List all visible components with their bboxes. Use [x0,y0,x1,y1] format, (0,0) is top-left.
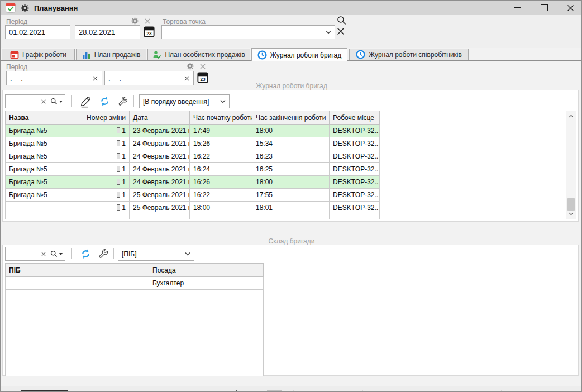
cell-end-time[interactable]: 15:34 [252,137,330,150]
maximize-button[interactable] [533,2,555,14]
journal-vertical-scrollbar[interactable] [566,111,576,219]
cell-shift[interactable]: 1 [78,163,130,176]
cell-name[interactable]: Бригада №5 [6,137,78,150]
outlet-clear-icon[interactable] [336,27,345,36]
col-header-shift[interactable]: Номер зміни [78,111,130,125]
crew-row[interactable]: Петрова Василиса АльбертовнаБухгалтер [6,277,264,290]
period-settings-gear-icon[interactable] [131,17,139,25]
journal-sort-combobox[interactable]: [В порядку введення] [139,94,230,108]
search-clear-icon[interactable] [41,251,46,257]
col-header-workplace[interactable]: Робоче місце [330,111,380,125]
cell-end-time[interactable]: 18:00 [252,176,330,189]
close-button[interactable] [559,2,581,14]
col-header-position[interactable]: Посада [149,264,264,277]
cell-date[interactable]: 23 Февраль 2021 г. [130,125,190,137]
cell-end-time[interactable]: 18:01 [252,202,330,214]
tab-plan-osobystykh-prodazhiv[interactable]: План особистих продажів [147,49,250,60]
cell-start-time[interactable]: 15:26 [190,137,252,150]
period-clear-icon[interactable] [144,18,151,25]
cell-workplace[interactable]: DESKTOP-32... [330,137,380,150]
cell-name[interactable]: Бригада №5 [6,125,78,137]
scroll-up-icon[interactable] [567,112,575,120]
cell-workplace[interactable]: DESKTOP-32... [330,202,380,214]
cell-shift[interactable]: 1 [78,176,130,189]
tab-zhurnal-roboty-spivrobitnykiv[interactable]: Журнал роботи співробітників [349,49,469,60]
col-header-date[interactable]: Дата [130,111,190,125]
col-header-pib[interactable]: ПІБ [6,264,149,277]
settings-button[interactable] [115,94,131,108]
journal-row[interactable]: Бригада №5124 Февраль 2021 г.16:2416:25D… [6,163,380,176]
col-header-end[interactable]: Час закінчення роботи [252,111,330,125]
cell-start-time[interactable]: 16:22 [190,189,252,202]
journal-row[interactable]: Бригада №5125 Февраль 2021 г.16:2217:55D… [6,189,380,202]
scroll-down-icon[interactable] [567,210,575,218]
cell-shift[interactable]: 1 [78,189,130,202]
edit-button[interactable] [78,94,93,108]
cell-position[interactable]: Бухгалтер [149,277,264,290]
search-options-arrow-icon[interactable] [59,253,63,255]
crew-search-input[interactable] [5,247,65,261]
search-icon[interactable] [50,98,58,105]
search-icon[interactable] [50,250,58,257]
date-to-input[interactable]: 28.02.2021 [75,25,140,39]
cell-end-time[interactable]: 18:00 [252,125,330,137]
period2-clear-icon[interactable] [199,63,206,70]
tab-grafik-roboty[interactable]: Графік роботи [2,49,75,60]
cell-start-time[interactable]: 17:49 [190,125,252,137]
scrollbar-thumb[interactable] [567,198,575,211]
search-options-arrow-icon[interactable] [59,101,63,103]
clear-field-icon[interactable] [92,75,98,82]
search-clear-icon[interactable] [41,99,46,104]
tab-plan-prodazhiv[interactable]: План продажів [76,49,146,60]
cell-end-time[interactable]: 17:55 [252,189,330,202]
journal-search-input[interactable] [5,94,65,108]
cell-workplace[interactable]: DESKTOP-32... [330,189,380,202]
cell-shift[interactable]: 1 [78,137,130,150]
refresh-button[interactable] [97,94,112,108]
cell-date[interactable]: 25 Февраль 2021 г. [130,189,190,202]
clear-field-icon[interactable] [184,75,190,82]
cell-date[interactable]: 24 Февраль 2021 г. [130,137,190,150]
col-header-start[interactable]: Час початку роботи [190,111,252,125]
cell-end-time[interactable]: 16:23 [252,150,330,163]
crew-refresh-button[interactable] [78,247,93,261]
cell-name[interactable]: Бригада №5 [6,163,78,176]
cell-workplace[interactable]: DESKTOP-32... [330,150,380,163]
calendar-icon[interactable]: 23 [144,26,155,38]
cell-workplace[interactable]: DESKTOP-32... [330,176,380,189]
cell-shift[interactable]: 1 [78,125,130,137]
journal-row[interactable]: Бригада №5125 Февраль 2021 г.18:0018:01D… [6,202,380,214]
cell-shift[interactable]: 1 [78,150,130,163]
cell-name[interactable]: Бригада №5 [6,150,78,163]
cell-date[interactable]: 24 Февраль 2021 г. [130,163,190,176]
minimize-button[interactable] [506,2,528,14]
cell-date[interactable]: 24 Февраль 2021 г. [130,176,190,189]
cell-workplace[interactable]: DESKTOP-32... [330,163,380,176]
cell-pib[interactable]: Петрова Василиса Альбертовна [6,277,149,290]
journal-row[interactable]: Бригада №5124 Февраль 2021 г.15:2615:34D… [6,137,380,150]
cell-workplace[interactable]: DESKTOP-32... [330,125,380,137]
cell-date[interactable]: 24 Февраль 2021 г. [130,150,190,163]
journal-row[interactable]: Бригада №5124 Февраль 2021 г.16:2216:23D… [6,150,380,163]
cell-name[interactable]: Бригада №5 [6,176,78,189]
cell-start-time[interactable]: 16:24 [190,163,252,176]
cell-end-time[interactable]: 16:25 [252,163,330,176]
cell-start-time[interactable]: 16:22 [190,150,252,163]
cell-name[interactable]: Бригада №5 [6,202,78,214]
period2-settings-gear-icon[interactable] [187,63,194,70]
crew-sort-combobox[interactable]: [ПІБ] [118,247,194,261]
date-from-input[interactable]: 01.02.2021 [5,25,70,39]
crew-settings-button[interactable] [96,247,111,261]
journal-row[interactable]: Бригада №5123 Февраль 2021 г.17:4918:00D… [6,125,380,137]
journal-row[interactable]: Бригада №5124 Февраль 2021 г.16:2618:00D… [6,176,380,189]
outlet-combobox[interactable] [161,25,335,39]
cell-start-time[interactable]: 16:26 [190,176,252,189]
cell-name[interactable]: Бригада №5 [6,189,78,202]
cell-shift[interactable]: 1 [78,202,130,214]
outlet-search-icon[interactable] [337,16,346,25]
tab-zhurnal-roboty-bryhad[interactable]: Журнал роботи бригад [251,48,347,61]
cell-date[interactable]: 25 Февраль 2021 г. [130,202,190,214]
cell-start-time[interactable]: 18:00 [190,202,252,214]
journal-sort-value: [В порядку введення] [143,98,209,106]
col-header-name[interactable]: Назва [6,111,78,125]
